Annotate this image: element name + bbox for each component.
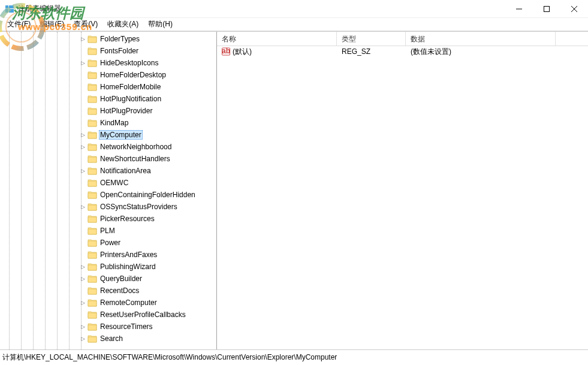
tree-item[interactable]: RemoteComputer (0, 297, 216, 309)
folder-icon (88, 35, 97, 43)
folder-icon (88, 274, 97, 283)
tree-item-label: HotPlugProvider (99, 107, 153, 115)
window-controls (505, 0, 588, 18)
tree-item[interactable]: KindMap (0, 117, 216, 129)
tree-item[interactable]: FolderTypes (0, 33, 216, 45)
list-cell-data: (数值未设置) (406, 46, 556, 58)
tree-item[interactable]: OSSyncStatusProviders (0, 201, 216, 213)
list-row[interactable]: ab(默认)REG_SZ(数值未设置) (217, 46, 588, 57)
menu-view[interactable]: 查看(V) (69, 18, 102, 31)
tree-item[interactable]: HotPlugNotification (0, 93, 216, 105)
tree-item[interactable]: HotPlugProvider (0, 105, 216, 117)
tree-item-label: KindMap (99, 119, 129, 127)
tree-panel[interactable]: FolderTypesFontsFolderHideDesktopIconsHo… (0, 32, 217, 349)
folder-icon (88, 71, 97, 79)
tree-item[interactable]: PickerResources (0, 213, 216, 225)
expand-placeholder (78, 214, 88, 224)
folder-icon (88, 215, 97, 223)
folder-icon (88, 298, 97, 307)
app-icon (5, 4, 14, 14)
expand-icon[interactable] (78, 130, 88, 140)
expand-icon[interactable] (78, 58, 88, 68)
tree-item[interactable]: ResourceTimers (0, 321, 216, 333)
tree-item[interactable]: ResetUserProfileCallbacks (0, 309, 216, 321)
tree-item[interactable]: PLM (0, 225, 216, 237)
tree-item[interactable]: NewShortcutHandlers (0, 153, 216, 165)
expand-placeholder (78, 238, 88, 248)
maximize-button[interactable] (533, 0, 560, 18)
tree-item[interactable]: HomeFolderDesktop (0, 69, 216, 81)
tree-item[interactable]: Power (0, 237, 216, 249)
tree-item[interactable]: Search (0, 333, 216, 345)
menu-favorites[interactable]: 收藏夹(A) (102, 18, 143, 31)
expand-icon[interactable] (78, 262, 88, 272)
expand-placeholder (78, 118, 88, 128)
tree-item-label: OpenContainingFolderHidden (99, 191, 197, 199)
expand-icon[interactable] (78, 166, 88, 176)
tree-item[interactable]: FontsFolder (0, 45, 216, 57)
expand-icon[interactable] (78, 274, 88, 283)
folder-icon (88, 95, 97, 103)
tree-item[interactable]: OpenContainingFolderHidden (0, 189, 216, 201)
tree-item[interactable]: RecentDocs (0, 285, 216, 297)
expand-placeholder (78, 106, 88, 116)
folder-icon (88, 179, 97, 187)
expand-placeholder (78, 286, 88, 295)
tree-item[interactable]: MyComputer (0, 129, 216, 141)
expand-icon[interactable] (78, 322, 88, 331)
tree-item-label: Power (99, 239, 122, 247)
tree-item[interactable]: NetworkNeighborhood (0, 141, 216, 153)
close-button[interactable] (560, 0, 588, 18)
expand-icon[interactable] (78, 298, 88, 307)
tree-item-label: NetworkNeighborhood (99, 143, 173, 151)
tree-item-label: PrintersAndFaxes (99, 251, 158, 259)
tree-item-label: PublishingWizard (99, 263, 157, 271)
tree-item[interactable]: PublishingWizard (0, 261, 216, 273)
tree-item-label: Search (99, 334, 124, 343)
tree-item-label: ResourceTimers (99, 322, 154, 331)
svg-rect-2 (5, 5, 8, 8)
tree-item-label: OSSyncStatusProviders (99, 203, 179, 211)
expand-placeholder (78, 82, 88, 92)
list-cell-type: REG_SZ (337, 47, 406, 56)
statusbar: 计算机\HKEY_LOCAL_MACHINE\SOFTWARE\Microsof… (0, 349, 588, 365)
tree-item[interactable]: OEMWC (0, 177, 216, 189)
expand-placeholder (78, 70, 88, 80)
folder-icon (88, 155, 97, 163)
expand-icon[interactable] (78, 34, 88, 44)
expand-placeholder (78, 310, 88, 319)
tree-item-label: HomeFolderMobile (99, 83, 162, 91)
tree-item[interactable]: NotificationArea (0, 165, 216, 177)
folder-icon (88, 83, 97, 91)
list-header-data[interactable]: 数据 (406, 32, 556, 46)
status-path: 计算机\HKEY_LOCAL_MACHINE\SOFTWARE\Microsof… (2, 352, 337, 363)
tree-item-label: PLM (99, 227, 116, 235)
tree-item[interactable]: PrintersAndFaxes (0, 249, 216, 261)
folder-icon (88, 119, 97, 127)
tree-item-label: HideDesktopIcons (99, 59, 159, 67)
svg-rect-7 (544, 6, 550, 11)
expand-icon[interactable] (78, 334, 88, 343)
tree-item-label: FolderTypes (99, 35, 141, 43)
tree-item[interactable]: HomeFolderMobile (0, 81, 216, 93)
menu-file[interactable]: 文件(F) (2, 18, 35, 31)
tree-item[interactable]: HideDesktopIcons (0, 57, 216, 69)
menu-edit[interactable]: 编辑(E) (35, 18, 69, 31)
svg-rect-5 (9, 9, 14, 13)
menu-help[interactable]: 帮助(H) (143, 18, 177, 31)
list-panel[interactable]: 名称 类型 数据 ab(默认)REG_SZ(数值未设置) (217, 32, 588, 349)
expand-icon[interactable] (78, 202, 88, 212)
folder-icon (88, 203, 97, 211)
folder-icon (88, 191, 97, 199)
folder-icon (88, 322, 97, 331)
folder-icon (88, 239, 97, 247)
list-header-name[interactable]: 名称 (217, 32, 337, 46)
folder-icon (88, 107, 97, 115)
folder-icon (88, 251, 97, 259)
list-header-type[interactable]: 类型 (337, 32, 406, 46)
minimize-button[interactable] (505, 0, 533, 18)
tree-item-label: QueryBuilder (99, 274, 143, 283)
folder-icon (88, 59, 97, 67)
expand-icon[interactable] (78, 142, 88, 152)
tree-item[interactable]: QueryBuilder (0, 273, 216, 285)
